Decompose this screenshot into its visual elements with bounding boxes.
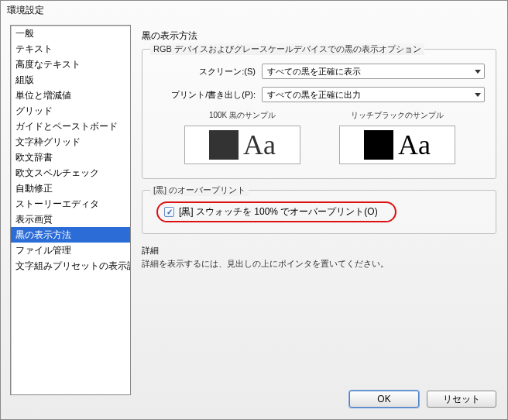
category-sidebar[interactable]: 一般 テキスト 高度なテキスト 組版 単位と増減値 グリッド ガイドとペーストボ… (10, 25, 131, 395)
window-title: 環境設定 (1, 1, 507, 19)
sidebar-item[interactable]: 欧文辞書 (11, 150, 130, 165)
sidebar-item[interactable]: 自動修正 (11, 181, 130, 196)
sample-rich-box: Aa (339, 126, 455, 164)
overprint-checkbox-label: [黒] スウォッチを 100% でオーバープリント(O) (179, 205, 378, 219)
overprint-group: [黒] のオーバープリント [黒] スウォッチを 100% でオーバープリント(… (142, 190, 496, 234)
group-legend: [黒] のオーバープリント (150, 184, 249, 196)
sidebar-item-black-appearance[interactable]: 黒の表示方法 (11, 227, 130, 243)
details-text: 詳細を表示するには、見出しの上にポインタを置いてください。 (142, 258, 496, 270)
screen-dropdown[interactable]: すべての黒を正確に表示 (262, 64, 485, 79)
sample-100k-box: Aa (184, 126, 300, 164)
overprint-checkbox[interactable] (164, 207, 174, 217)
sidebar-item[interactable]: 欧文スペルチェック (11, 165, 130, 181)
rgb-options-group: RGB デバイスおよびグレースケールデバイスでの黒の表示オプション スクリーン:… (142, 49, 496, 179)
sample-row: 100K 黒のサンプル Aa リッチブラックのサンプル Aa (184, 110, 485, 164)
print-label: プリント/書き出し(P): (153, 89, 262, 101)
chevron-down-icon (475, 70, 481, 74)
reset-button[interactable]: リセット (427, 391, 496, 408)
details-section: 詳細 詳細を表示するには、見出しの上にポインタを置いてください。 (142, 245, 496, 270)
preferences-window: 環境設定 一般 テキスト 高度なテキスト 組版 単位と増減値 グリッド ガイドと… (0, 0, 508, 420)
sample-richblack: リッチブラックのサンプル Aa (339, 110, 455, 164)
sample-100k-label: 100K 黒のサンプル (184, 110, 300, 121)
chevron-down-icon (475, 93, 481, 97)
sample-rich-text: Aa (398, 131, 431, 159)
sidebar-item[interactable]: テキスト (11, 41, 130, 57)
ok-button[interactable]: OK (349, 391, 419, 408)
sample-100k: 100K 黒のサンプル Aa (184, 110, 300, 164)
main-panel: 黒の表示方法 RGB デバイスおよびグレースケールデバイスでの黒の表示オプション… (131, 25, 503, 386)
print-row: プリント/書き出し(P): すべての黒を正確に出力 (153, 87, 485, 102)
overprint-highlight: [黒] スウォッチを 100% でオーバープリント(O) (156, 201, 396, 222)
sidebar-item[interactable]: ガイドとペーストボード (11, 119, 130, 134)
screen-label: スクリーン:(S) (153, 66, 262, 77)
sidebar-item[interactable]: グリッド (11, 103, 130, 119)
print-dropdown[interactable]: すべての黒を正確に出力 (262, 87, 485, 102)
sidebar-item[interactable]: 組版 (11, 72, 130, 88)
swatch-richblack-icon (364, 130, 393, 160)
screen-row: スクリーン:(S) すべての黒を正確に表示 (153, 64, 485, 79)
details-title: 詳細 (142, 245, 496, 256)
sidebar-item[interactable]: 文字組みプリセットの表示設定 (11, 258, 130, 274)
sidebar-item[interactable]: 高度なテキスト (11, 57, 130, 72)
sidebar-item[interactable]: ファイル管理 (11, 243, 130, 258)
sidebar-item[interactable]: 表示画質 (11, 212, 130, 227)
sample-rich-label: リッチブラックのサンプル (339, 110, 455, 121)
sidebar-item[interactable]: ストーリーエディタ (11, 196, 130, 212)
screen-dropdown-value: すべての黒を正確に表示 (267, 66, 361, 77)
content-area: 一般 テキスト 高度なテキスト 組版 単位と増減値 グリッド ガイドとペーストボ… (1, 19, 507, 391)
group-legend: RGB デバイスおよびグレースケールデバイスでの黒の表示オプション (150, 43, 424, 55)
sample-100k-text: Aa (243, 131, 276, 159)
print-dropdown-value: すべての黒を正確に出力 (267, 89, 361, 101)
sidebar-item[interactable]: 単位と増減値 (11, 88, 130, 103)
sidebar-item[interactable]: 文字枠グリッド (11, 134, 130, 150)
swatch-100k-icon (209, 130, 239, 160)
sidebar-item[interactable]: 一般 (11, 26, 130, 41)
